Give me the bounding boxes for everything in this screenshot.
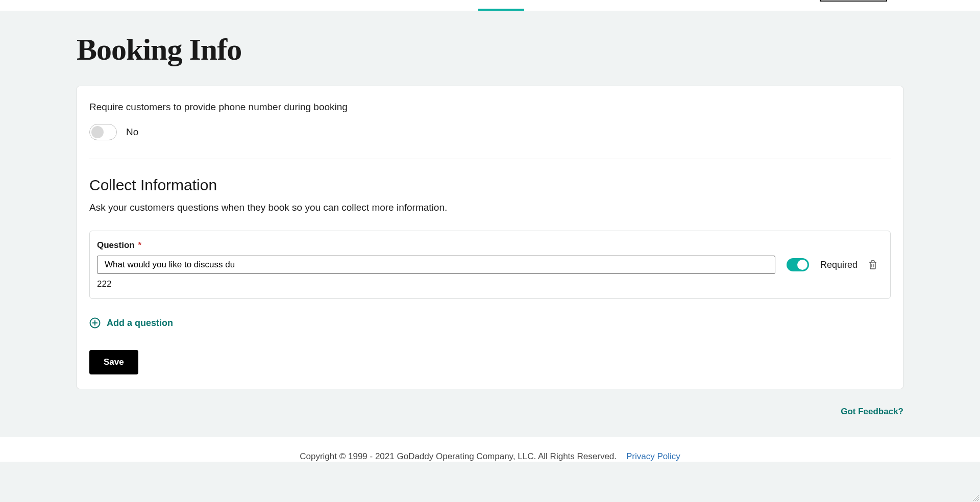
booking-card: Require customers to provide phone numbe… <box>77 86 903 389</box>
active-tab-indicator <box>478 9 524 11</box>
copyright-text: Copyright © 1999 - 2021 GoDaddy Operatin… <box>300 451 617 461</box>
collect-section: Collect Information Ask your customers q… <box>89 159 891 374</box>
feedback-link[interactable]: Got Feedback? <box>77 407 903 417</box>
privacy-link[interactable]: Privacy Policy <box>626 451 680 461</box>
add-question-label: Add a question <box>107 318 173 329</box>
question-label: Question * <box>97 240 883 250</box>
plus-circle-icon <box>89 317 101 329</box>
save-button[interactable]: Save <box>89 350 138 374</box>
required-asterisk: * <box>138 240 141 250</box>
toggle-state-label: No <box>126 127 138 138</box>
top-bar <box>0 0 980 11</box>
add-question-button[interactable]: Add a question <box>89 317 173 329</box>
require-phone-toggle[interactable] <box>89 124 117 140</box>
page-title: Booking Info <box>77 32 903 67</box>
top-right-framed-element <box>820 0 887 2</box>
question-label-text: Question <box>97 240 135 250</box>
toggle-knob <box>797 260 807 270</box>
required-label: Required <box>820 260 857 270</box>
collect-description: Ask your customers questions when they b… <box>89 202 891 213</box>
trash-icon[interactable] <box>869 260 877 269</box>
question-card: Question * Required <box>89 231 891 299</box>
phone-section: Require customers to provide phone numbe… <box>89 102 891 159</box>
footer: Copyright © 1999 - 2021 GoDaddy Operatin… <box>0 437 980 462</box>
required-toggle[interactable] <box>787 258 809 271</box>
question-input[interactable] <box>97 256 775 274</box>
collect-title: Collect Information <box>89 177 891 194</box>
char-count: 222 <box>97 279 883 289</box>
toggle-knob <box>91 126 104 138</box>
require-phone-label: Require customers to provide phone numbe… <box>89 102 891 113</box>
